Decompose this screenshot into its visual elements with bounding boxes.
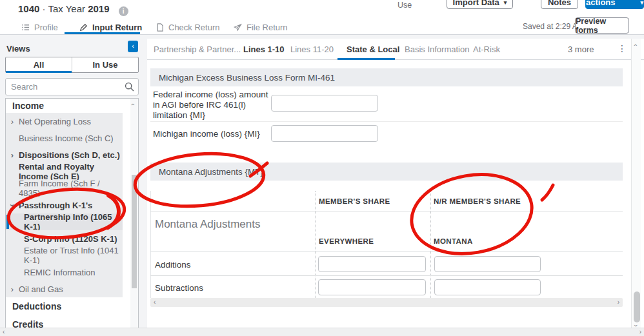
column-divider — [430, 191, 431, 298]
scroll-left-arrow[interactable]: ‹ — [3, 329, 5, 335]
sidebar-item-net-operating-loss[interactable]: Net Operating Loss — [6, 113, 123, 130]
montana-header: MONTANA — [434, 237, 473, 245]
page-title: 1040 · Tax Year 2019 — [18, 3, 128, 16]
sidebar-item-label: Business Income (Sch C) — [6, 133, 114, 143]
tab-input-return-label: Input Return — [92, 23, 142, 32]
table-left-border — [150, 191, 151, 298]
sidebar-item-partnership-info[interactable]: Partnership Info (1065 K-1) — [6, 213, 123, 230]
sidebar-item-business-income[interactable]: Business Income (Sch C) — [6, 130, 123, 146]
additions-everywhere-input[interactable] — [318, 256, 426, 272]
sidebar-nav-list: Income Net Operating Loss Business Incom… — [5, 98, 139, 336]
views-title: Views — [6, 44, 30, 54]
views-filter-toggle: All In Use — [5, 57, 139, 73]
preview-forms-button[interactable]: Preview forms — [575, 17, 629, 34]
chevron-right-icon — [6, 284, 19, 294]
everywhere-header: EVERYWHERE — [319, 237, 374, 245]
filter-all-label: All — [34, 60, 45, 70]
sidebar-item-label: Net Operating Loss — [19, 117, 91, 126]
tab-file-return[interactable]: File Return — [233, 21, 288, 34]
active-tab-underline — [65, 32, 140, 34]
more-tabs-link[interactable]: 3 more — [568, 44, 594, 54]
tab-profile-label: Profile — [34, 23, 58, 32]
michigan-income-input[interactable] — [271, 125, 378, 142]
sidebar-item-income[interactable]: Income — [6, 99, 123, 113]
subtractions-montana-input[interactable] — [434, 279, 541, 295]
scroll-left-arrow[interactable]: ‹ — [154, 299, 156, 306]
sidebar-item-label: S-Corp Info (1120S K-1) — [6, 234, 117, 244]
sidebar-item-label: Farm Income (Sch F / 4835) — [6, 179, 123, 198]
scroll-right-arrow[interactable]: › — [618, 299, 619, 306]
sidebar-item-scorp-info[interactable]: S-Corp Info (1120S K-1) — [6, 230, 123, 247]
filter-in-use[interactable]: In Use — [72, 57, 138, 72]
sidebar-item-label: Income — [12, 101, 44, 111]
sidebar-item-estate-trust-info[interactable]: Estate or Trust Info (1041 K-1) — [6, 247, 123, 264]
tax-year-label: Tax Year — [48, 3, 85, 14]
chevron-down-icon — [6, 201, 19, 210]
caret-down-icon — [640, 0, 643, 7]
subtractions-row-label: Subtractions — [155, 283, 203, 293]
tab-lines-11-20[interactable]: Lines 11-20 — [290, 44, 334, 54]
filter-all[interactable]: All — [6, 57, 72, 72]
sidebar-item-farm-income[interactable]: Farm Income (Sch F / 4835) — [6, 180, 123, 197]
sidebar-item-rental-royalty[interactable]: Rental and Royalty Income (Sch E) — [6, 163, 123, 180]
sidebar-item-dispositions[interactable]: Dispositions (Sch D, etc.) — [6, 146, 123, 163]
field-divider — [150, 121, 623, 122]
input-return-panel: Partnership & Partner... Lines 1-10 Line… — [147, 39, 644, 336]
main-vertical-scrollbar[interactable]: › › — [631, 39, 641, 331]
column-divider — [315, 191, 316, 298]
additions-montana-input[interactable] — [434, 256, 541, 272]
sidebar-item-deductions[interactable]: Deductions — [6, 297, 123, 315]
tab-file-return-label: File Return — [247, 23, 288, 32]
return-actions-label: Return actions — [586, 0, 636, 7]
notes-button[interactable]: Notes — [541, 0, 578, 9]
additions-row-label: Additions — [155, 260, 191, 270]
sidebar-item-passthrough-k1[interactable]: Passthrough K-1's — [6, 197, 123, 213]
tab-state-local[interactable]: State & Local — [347, 44, 399, 54]
sidebar-item-oil-and-gas[interactable]: Oil and Gas — [6, 281, 123, 297]
tab-basis-information[interactable]: Basis Information — [405, 44, 469, 54]
page-horizontal-scrollbar[interactable]: ‹ › — [0, 328, 644, 336]
tab-at-risk[interactable]: At-Risk — [473, 44, 500, 54]
tab-check-return-label: Check Return — [168, 23, 219, 32]
sidebar-item-label: Passthrough K-1's — [19, 201, 92, 210]
chevron-right-icon — [6, 150, 19, 160]
filter-in-use-label: In Use — [92, 60, 117, 70]
tab-check-return[interactable]: Check Return — [156, 21, 219, 34]
app-header: Use Import Data Notes Return actions 104… — [0, 0, 644, 35]
sidebar-collapse-button[interactable] — [128, 41, 138, 52]
pencil-icon — [79, 23, 88, 32]
title-separator: · — [43, 3, 46, 14]
search-icon[interactable] — [125, 82, 134, 92]
nr-members-share-header: N/R MEMBER'S SHARE — [434, 197, 521, 205]
scroll-right-arrow[interactable]: › — [639, 329, 641, 335]
send-icon — [233, 23, 242, 32]
table-horizontal-scrollbar[interactable]: ‹ › — [150, 298, 623, 307]
kebab-menu-icon[interactable] — [618, 43, 627, 54]
return-actions-button[interactable]: Return actions — [585, 0, 644, 9]
sidebar-scrollbar-thumb[interactable] — [132, 175, 137, 288]
tab-partnership-partner[interactable]: Partnership & Partner... — [154, 44, 241, 54]
tab-profile[interactable]: Profile — [21, 21, 58, 34]
search-input[interactable] — [5, 78, 139, 95]
michigan-income-label: Michigan income (loss) {MI} — [153, 129, 270, 139]
members-share-header: MEMBER'S SHARE — [319, 197, 390, 205]
return-type: 1040 — [18, 3, 39, 14]
tab-lines-1-10[interactable]: Lines 1-10 — [243, 44, 285, 54]
import-data-button[interactable]: Import Data — [447, 0, 513, 9]
scroll-up-arrow[interactable]: › — [634, 42, 636, 48]
subtractions-everywhere-input[interactable] — [318, 279, 426, 295]
notes-label: Notes — [548, 0, 571, 7]
sidebar-search — [5, 78, 139, 95]
table-divider — [150, 212, 623, 212]
list-icon — [21, 23, 30, 32]
sidebar-scrollbar[interactable]: › › — [130, 99, 138, 335]
sidebar-item-label: Estate or Trust Info (1041 K-1) — [6, 246, 123, 265]
info-icon[interactable] — [119, 6, 128, 16]
caret-down-icon — [504, 0, 507, 7]
federal-income-input[interactable] — [271, 95, 378, 112]
scroll-up-arrow[interactable]: › — [132, 101, 134, 108]
sidebar-item-remic-information[interactable]: REMIC Information — [6, 264, 123, 281]
main-scrollbar-thumb[interactable] — [634, 292, 640, 322]
federal-income-label: Federal income (loss) amount in AGI befo… — [153, 90, 270, 121]
michigan-section-title: Michigan Excess Business Loss Form MI-46… — [159, 73, 335, 83]
